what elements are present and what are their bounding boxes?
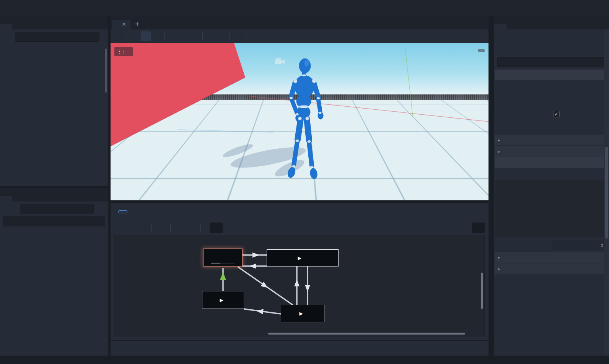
play-mode-dropdown[interactable] [472, 223, 485, 233]
play-state-icon[interactable]: ▶ [299, 311, 303, 316]
animation-tree-panel: ▶ ▶ ▶ [111, 203, 489, 340]
tab-import[interactable] [12, 24, 24, 29]
state-node-land[interactable]: ▶ [202, 291, 244, 309]
save-resource-icon[interactable] [524, 32, 534, 42]
transition-dropdown[interactable] [210, 223, 223, 233]
viewport-toolbar [111, 29, 489, 43]
select-tool-icon[interactable] [114, 31, 124, 41]
lock-icon[interactable] [179, 31, 189, 41]
close-tab-icon[interactable]: × [122, 22, 126, 27]
property-anim-player [494, 94, 609, 107]
graph-connect-nodes-icon[interactable] [137, 223, 147, 233]
graph-hscrollbar[interactable] [268, 333, 465, 335]
chevron-right-icon: ▸ [498, 255, 500, 260]
play-button[interactable] [526, 3, 536, 13]
grip-dots-icon: ⋮⋮ [117, 49, 125, 54]
graph-create-node-icon[interactable] [126, 223, 136, 233]
x-axis-line [248, 96, 489, 122]
new-resource-icon[interactable] [498, 32, 508, 42]
graph-select-tool-icon[interactable] [114, 223, 124, 233]
scene-dock [0, 16, 108, 186]
filter-nodes-box [15, 32, 99, 42]
graph-end-icon[interactable] [186, 223, 196, 233]
playback-controls [526, 3, 609, 13]
search-files-input[interactable] [6, 218, 100, 224]
filter-nodes-input[interactable] [18, 34, 94, 40]
rotate-tool-icon[interactable] [141, 31, 151, 41]
node-section-header[interactable] [495, 157, 609, 168]
filesystem-dock [0, 188, 108, 356]
filesystem-tree [2, 227, 107, 356]
tab-scene[interactable] [0, 24, 12, 29]
scale-tool-icon[interactable] [151, 31, 161, 41]
tab-inspector[interactable] [494, 24, 506, 29]
inspector-scrollbar[interactable] [604, 30, 609, 356]
y-axis-line [405, 48, 413, 117]
search-files-box [3, 216, 105, 226]
fs-path[interactable] [20, 204, 94, 214]
main-menu-bar [0, 0, 609, 16]
stop-button[interactable] [556, 3, 566, 13]
godot-editor-window: × + [0, 0, 609, 364]
add-node-button[interactable] [3, 32, 7, 42]
resource-section-header[interactable] [495, 70, 609, 80]
z-axis-line [177, 130, 273, 132]
tab-filesystem[interactable] [0, 196, 12, 202]
new-scene-tab-button[interactable]: + [130, 19, 144, 29]
group-icon[interactable] [189, 31, 199, 41]
tab-node[interactable] [506, 24, 519, 29]
play-scene-button[interactable] [572, 3, 581, 13]
group-script[interactable]: ▸ [495, 263, 609, 274]
process-priority-spinner[interactable]: ▴▾ [552, 240, 606, 250]
window-bottom-strip [0, 356, 609, 364]
bottom-panel-bar [111, 341, 489, 356]
spinner-arrows-icon[interactable]: ▴▾ [601, 243, 603, 247]
mannequin[interactable] [287, 58, 323, 179]
filter-properties-input[interactable] [500, 59, 601, 66]
fps-counter [478, 49, 485, 52]
play-custom-scene-button[interactable] [587, 3, 597, 13]
play-state-icon[interactable]: ▶ [220, 297, 223, 303]
scene-tab-bar: × + [111, 16, 489, 29]
property-active: ✓ [494, 107, 609, 121]
property-process-mode [494, 121, 609, 134]
group-pause[interactable]: ▸ [495, 252, 609, 263]
play-state-icon[interactable]: ▶ [298, 255, 301, 261]
chevron-right-icon: ▸ [498, 266, 500, 271]
graph-delete-icon[interactable] [156, 223, 166, 233]
scene-tree-scrollbar[interactable] [105, 49, 107, 93]
path-root-button[interactable] [118, 210, 127, 213]
state-node-jump[interactable]: ▶ [281, 305, 324, 322]
scene-tree [0, 44, 108, 186]
inspector-dock: ✓ ▸ ▸ [494, 16, 609, 356]
idle-playback-progress [211, 263, 234, 263]
graph-vscrollbar[interactable] [481, 273, 483, 309]
red-wall [111, 43, 245, 146]
chevron-right-icon: ▸ [498, 149, 500, 154]
viewport-scene [111, 43, 489, 200]
fs-display-mode-icon[interactable] [95, 204, 105, 214]
local-space-icon[interactable] [206, 31, 216, 41]
instance-scene-button[interactable] [9, 32, 12, 42]
graph-autoplay-icon[interactable] [175, 223, 185, 233]
load-resource-icon[interactable] [511, 32, 521, 42]
state-machine-graph[interactable]: ▶ ▶ ▶ [114, 236, 485, 336]
active-value[interactable]: ✓ [552, 111, 608, 117]
editor-description-textarea[interactable] [495, 180, 609, 237]
move-tool-icon[interactable] [130, 31, 140, 41]
group-root-motion[interactable]: ▸ [495, 135, 609, 145]
pause-button[interactable] [541, 3, 551, 13]
property-editor-description [494, 168, 609, 179]
perspective-dropdown[interactable]: ⋮⋮ [114, 47, 133, 56]
3d-viewport[interactable]: ⋮⋮ [111, 43, 489, 200]
scene-tab-game[interactable]: × [112, 20, 130, 29]
state-node-idle[interactable] [203, 249, 243, 266]
checkbox-checked-icon[interactable]: ✓ [553, 111, 560, 117]
list-select-icon[interactable] [168, 31, 178, 41]
attach-script-button[interactable] [102, 32, 105, 42]
group-parameters[interactable]: ▸ [495, 146, 609, 157]
state-node-move-ground[interactable]: ▶ [267, 249, 339, 266]
left-dock [0, 16, 108, 356]
snap-icon[interactable] [217, 31, 226, 41]
camera-preview-icon[interactable] [233, 31, 243, 41]
